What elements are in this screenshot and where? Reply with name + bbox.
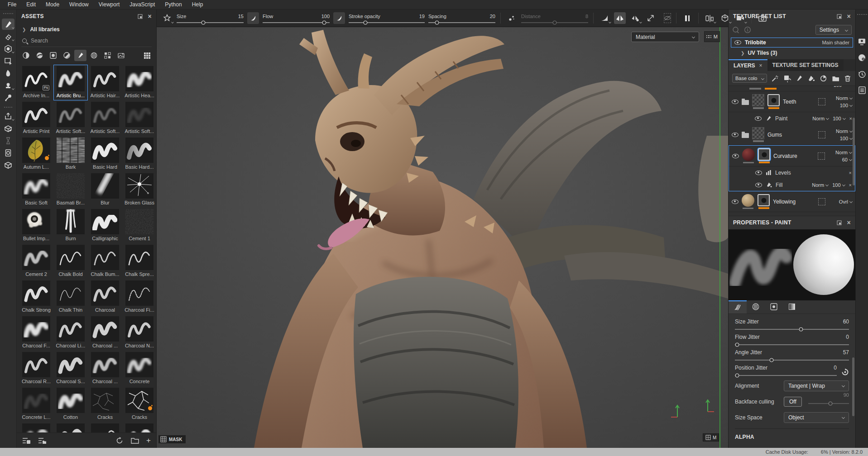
display-settings-icon[interactable]: [858, 38, 866, 46]
effect-row-levels[interactable]: Levels ×: [729, 166, 855, 179]
brush-item[interactable]: Chalk Spre...: [122, 243, 156, 279]
viewport-3d[interactable]: Material M MASK M: [157, 27, 728, 448]
opacity-dropdown[interactable]: 100: [840, 136, 852, 141]
filter-brushes-icon[interactable]: [74, 50, 86, 61]
blend-mode-dropdown[interactable]: Norm: [835, 150, 852, 155]
blend-mode-dropdown[interactable]: Norm: [812, 116, 829, 121]
layer-row-curvature[interactable]: Curvature Norm 60: [729, 146, 855, 166]
brush-item[interactable]: Charcoal S...: [53, 351, 88, 386]
brush-item[interactable]: Chalk Thin: [53, 279, 88, 315]
brush-item[interactable]: Cracks: [88, 386, 122, 422]
size-slider-handle[interactable]: [201, 20, 206, 24]
properties-scrollbar[interactable]: [852, 357, 854, 416]
brush-item[interactable]: [122, 422, 156, 432]
brush-item[interactable]: Broken Glass: [122, 172, 156, 208]
layer-thumbnail[interactable]: [752, 94, 764, 106]
tab-texture-set-settings[interactable]: TEXTURE SET SETTINGS: [767, 59, 844, 71]
add-paint-layer-icon[interactable]: [795, 74, 804, 83]
creature-model[interactable]: [157, 27, 728, 448]
float-panel-icon[interactable]: [138, 14, 143, 19]
mask-thumbnail[interactable]: [758, 194, 770, 206]
remove-effect-icon[interactable]: ×: [849, 116, 852, 121]
split-view-icon[interactable]: [704, 12, 715, 24]
menu-item-window[interactable]: Window: [64, 1, 94, 8]
panel-grip[interactable]: [857, 14, 867, 15]
tab-brush[interactable]: [729, 300, 747, 314]
slider-handle[interactable]: [735, 342, 739, 347]
brush-item[interactable]: Charcoal ...: [88, 351, 122, 386]
brush-item[interactable]: Artistic Soft...: [88, 100, 122, 136]
docked-panel-grip[interactable]: M: [704, 31, 720, 42]
projection-tool-button[interactable]: [2, 43, 14, 54]
tab-layers[interactable]: LAYERS ×: [729, 59, 767, 71]
brush-item[interactable]: Concrete: [122, 351, 156, 386]
slider-handle[interactable]: [735, 373, 739, 377]
opacity-dropdown[interactable]: 100: [840, 103, 852, 108]
history-icon[interactable]: [858, 70, 866, 78]
visibility-eye-icon[interactable]: [732, 100, 739, 104]
brush-item[interactable]: Cotton: [53, 386, 88, 422]
filter-environments-icon[interactable]: [115, 50, 127, 61]
new-folder-icon[interactable]: [131, 437, 139, 444]
brush-item[interactable]: Artistic Hair...: [88, 65, 122, 100]
effect-row-fill[interactable]: Fill Norm 100 ×: [729, 179, 855, 191]
filter-filters-icon[interactable]: [61, 50, 73, 61]
brush-item[interactable]: Charcoal F...: [19, 315, 53, 351]
brush-item[interactable]: Basic Hard: [88, 136, 122, 172]
layer-row-gums[interactable]: Gums Norm 100: [729, 124, 855, 145]
shelf-export-icon[interactable]: [22, 437, 31, 444]
brush-item[interactable]: [53, 422, 88, 432]
viewport-display-dropdown[interactable]: Material: [631, 32, 699, 42]
brush-item[interactable]: Basic Soft: [19, 172, 53, 208]
brush-item[interactable]: Charcoal: [88, 279, 122, 315]
lazy-mouse-icon[interactable]: [161, 12, 173, 24]
remove-effect-icon[interactable]: ×: [849, 182, 852, 188]
menu-item-help[interactable]: Help: [187, 1, 208, 8]
brush-item[interactable]: Charcoal N...: [122, 315, 156, 351]
remove-effect-icon[interactable]: ×: [849, 170, 852, 176]
tab-alpha[interactable]: [747, 300, 765, 314]
opacity-dropdown[interactable]: 100: [833, 116, 845, 121]
visibility-eye-icon[interactable]: [755, 171, 762, 175]
uv-tiles-row[interactable]: ❯ UV Tiles (3): [729, 48, 855, 59]
menu-item-file[interactable]: File: [3, 1, 21, 8]
close-tab-icon[interactable]: ×: [759, 62, 762, 69]
texture-set-row[interactable]: Trilobite Main shader: [731, 38, 853, 48]
bake-textures-button[interactable]: [2, 123, 14, 134]
menu-item-viewport[interactable]: Viewport: [94, 1, 125, 8]
grid-view-icon[interactable]: [141, 50, 153, 61]
float-panel-icon[interactable]: [837, 14, 842, 19]
effect-row-paint[interactable]: Paint Norm 100 ×: [729, 112, 855, 124]
alignment-dropdown[interactable]: Tangent | Wrap: [784, 380, 849, 391]
spacing-slider-handle[interactable]: [435, 20, 439, 24]
brush-item[interactable]: Basic Hard...: [122, 136, 156, 172]
material-slot[interactable]: [818, 152, 825, 160]
material-slot[interactable]: [818, 98, 825, 105]
mask-thumbnail[interactable]: [767, 94, 780, 106]
visibility-eye-icon[interactable]: [755, 183, 762, 187]
size-slider[interactable]: Size15: [177, 14, 244, 23]
mirror-toggle[interactable]: M: [703, 433, 719, 442]
brush-item[interactable]: Charcoal R...: [19, 351, 53, 386]
resources-updates-button[interactable]: [2, 147, 14, 158]
visibility-eye-icon[interactable]: [734, 40, 741, 45]
size-jitter-slider[interactable]: Size Jitter60: [735, 318, 849, 330]
size-pressure-button[interactable]: [247, 12, 259, 24]
panel-grip[interactable]: [3, 13, 13, 14]
log-icon[interactable]: [858, 86, 866, 95]
brush-item[interactable]: Artistic Bru...: [53, 65, 88, 100]
layer-row-yellowing[interactable]: Yellowing Ovrl: [729, 191, 855, 212]
brush-item[interactable]: [88, 422, 122, 432]
transform-icon[interactable]: [645, 12, 657, 24]
position-jitter-slider[interactable]: Position Jitter0: [735, 365, 837, 376]
camera-icon[interactable]: [734, 12, 746, 24]
brush-item[interactable]: Autumn L...: [19, 136, 53, 172]
layer-thumbnail[interactable]: [752, 127, 764, 139]
blend-mode-dropdown[interactable]: Ovrl: [839, 199, 852, 204]
brush-item[interactable]: Bullet Imp...: [19, 208, 53, 243]
flow-jitter-slider[interactable]: Flow Jitter0: [735, 334, 849, 345]
add-smart-material-icon[interactable]: [783, 74, 791, 83]
brush-item[interactable]: PsArchive In...: [19, 65, 53, 100]
brush-item[interactable]: Charcoal Fi...: [122, 279, 156, 315]
blend-mode-dropdown[interactable]: Norm: [836, 128, 852, 134]
